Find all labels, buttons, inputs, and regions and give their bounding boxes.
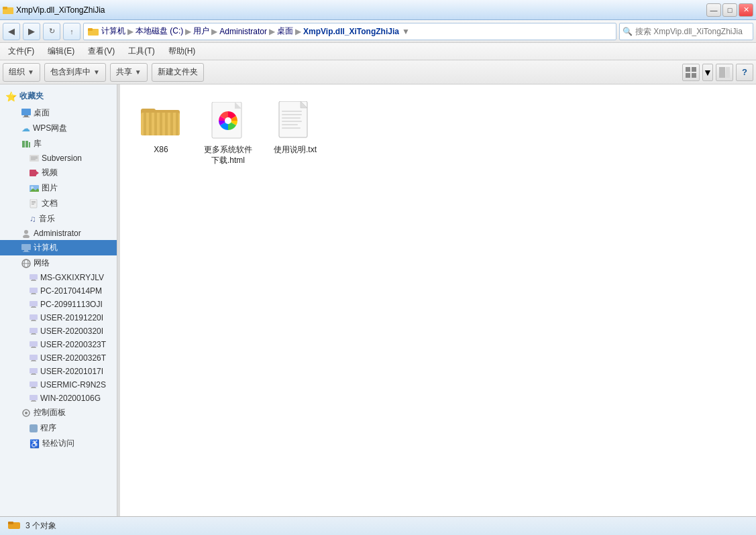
svg-rect-28 (32, 202, 36, 203)
new-folder-button[interactable]: 新建文件夹 (152, 63, 204, 82)
win-20200106-label: WIN-20200106G (40, 394, 101, 403)
menu-tools[interactable]: 工具(T) (123, 44, 160, 58)
sidebar-item-network[interactable]: 网络 (0, 255, 117, 271)
computer-label: 计算机 (34, 242, 58, 253)
sidebar-item-desktop[interactable]: 桌面 (0, 105, 117, 121)
sidebar-item-computer[interactable]: 计算机 (0, 240, 117, 255)
back-button[interactable]: ◀ (3, 23, 20, 40)
breadcrumb-dropdown-icon[interactable]: ▼ (402, 27, 410, 36)
breadcrumb-current[interactable]: XmpVip.dll_XiTongZhiJia (303, 27, 399, 36)
breadcrumb-sep-5: ▶ (295, 27, 301, 36)
svg-rect-27 (32, 201, 36, 202)
video-label: 视频 (42, 167, 58, 178)
sidebar-item-documents[interactable]: 文档 (0, 196, 117, 211)
include-library-arrow-icon: ▼ (93, 68, 100, 76)
sidebar-item-user-20201017[interactable]: USER-20201017I (0, 365, 117, 378)
view-icon (686, 67, 696, 78)
programs-icon (30, 424, 38, 432)
sidebar-item-subversion[interactable]: Subversion (0, 152, 117, 165)
organize-button[interactable]: 组织 ▼ (3, 63, 40, 82)
file-item-html[interactable]: 更多系统软件下载.html (198, 95, 258, 170)
svg-rect-38 (30, 274, 38, 280)
sidebar-item-pc-20991113[interactable]: PC-20991113OJI (0, 298, 117, 311)
sidebar-item-user-20200323[interactable]: USER-20200323T (0, 338, 117, 351)
sidebar-item-administrator[interactable]: Administrator (0, 227, 117, 240)
search-box[interactable]: 🔍 (619, 23, 753, 40)
sidebar-item-usermic-r9n2[interactable]: USERMIC-R9N2S (0, 378, 117, 392)
svg-rect-39 (32, 280, 36, 280)
menu-view[interactable]: 查看(V) (83, 44, 120, 58)
title-bar-controls: — □ ✕ (706, 3, 753, 17)
menu-edit[interactable]: 编辑(E) (42, 44, 80, 58)
music-label: 音乐 (39, 213, 55, 225)
pc-20170414-label: PC-20170414PM (40, 286, 102, 296)
breadcrumb-computer[interactable]: 计算机 (101, 25, 125, 37)
svg-rect-93 (282, 127, 301, 129)
file-item-x86[interactable]: X86 (131, 95, 191, 170)
svg-rect-74 (144, 113, 146, 135)
sidebar-item-user-20200320[interactable]: USER-20200320I (0, 324, 117, 338)
x86-folder-icon (141, 103, 181, 138)
up-button[interactable]: ↑ (63, 23, 80, 40)
svg-rect-61 (31, 374, 36, 375)
txt-label: 使用说明.txt (274, 145, 317, 156)
sidebar-item-accessibility[interactable]: ♿ 轻松访问 (0, 436, 117, 451)
svg-rect-7 (686, 73, 690, 78)
ms-gx-label: MS-GXKIXRYJLV (40, 273, 104, 282)
svg-rect-45 (32, 306, 36, 307)
sidebar-item-programs[interactable]: 程序 (0, 420, 117, 436)
txt-file-icon (278, 101, 313, 140)
forward-button[interactable]: ▶ (23, 23, 40, 40)
sidebar-item-user-20200326[interactable]: USER-20200326T (0, 351, 117, 365)
search-input[interactable] (635, 27, 750, 36)
include-library-label: 包含到库中 (50, 66, 91, 78)
sidebar-item-controlpanel[interactable]: 控制面板 (0, 405, 117, 420)
menu-file[interactable]: 文件(F) (3, 44, 40, 58)
favorites-header[interactable]: ⭐ 收藏夹 (0, 88, 117, 104)
view-toggle-button[interactable] (682, 64, 700, 81)
refresh-button[interactable]: ↻ (43, 23, 60, 40)
breadcrumb-sep-4: ▶ (269, 27, 275, 36)
toolbar: 组织 ▼ 包含到库中 ▼ 共享 ▼ 新建文件夹 ▼ ? (0, 60, 756, 84)
breadcrumb-desktop[interactable]: 桌面 (277, 25, 293, 37)
breadcrumb-users[interactable]: 用户 (193, 25, 209, 37)
svg-rect-59 (30, 368, 38, 373)
svg-rect-47 (30, 314, 38, 320)
minimize-button[interactable]: — (706, 3, 721, 17)
sidebar-item-win-20200106[interactable]: WIN-20200106G (0, 392, 117, 405)
sidebar-item-images[interactable]: 图片 (0, 180, 117, 196)
sidebar-item-library[interactable]: 库 (0, 136, 117, 152)
view-dropdown-button[interactable]: ▼ (702, 64, 713, 81)
maximize-button[interactable]: □ (722, 3, 737, 17)
sidebar-item-music[interactable]: ♫ 音乐 (0, 211, 117, 227)
sidebar-item-wps[interactable]: ☁ WPS网盘 (0, 121, 117, 136)
title-folder-icon (3, 5, 13, 15)
svg-rect-16 (29, 142, 30, 147)
status-text: 3 个对象 (25, 520, 56, 532)
svg-rect-88 (282, 111, 302, 112)
user-20200323-label: USER-20200323T (40, 340, 106, 349)
share-button[interactable]: 共享 ▼ (110, 63, 148, 82)
preview-pane-button[interactable] (716, 64, 733, 81)
include-library-button[interactable]: 包含到库中 ▼ (44, 63, 106, 82)
help-button[interactable]: ? (736, 64, 753, 81)
main-area: ⭐ 收藏夹 桌面 ☁ WPS网盘 库 (0, 84, 756, 516)
network-computer-icon-8 (30, 367, 38, 375)
breadcrumb-sep-3: ▶ (211, 27, 217, 36)
close-button[interactable]: ✕ (739, 3, 753, 17)
sidebar-item-pc-20170414[interactable]: PC-20170414PM (0, 284, 117, 298)
svg-rect-53 (30, 341, 38, 347)
menu-help[interactable]: 帮助(H) (163, 44, 201, 58)
breadcrumb-drive[interactable]: 本地磁盘 (C:) (136, 25, 183, 37)
svg-rect-34 (23, 251, 30, 252)
sidebar-item-user-2019[interactable]: USER-20191220I (0, 311, 117, 324)
breadcrumb[interactable]: 计算机 ▶ 本地磁盘 (C:) ▶ 用户 ▶ Administrator ▶ 桌… (83, 23, 616, 40)
sidebar-item-ms-gx[interactable]: MS-GXKIXRYJLV (0, 271, 117, 284)
svg-rect-44 (30, 301, 38, 306)
svg-rect-79 (170, 113, 173, 135)
breadcrumb-admin[interactable]: Administrator (219, 27, 267, 36)
file-item-txt[interactable]: 使用说明.txt (265, 95, 325, 170)
sidebar-item-video[interactable]: 视频 (0, 165, 117, 180)
txt-icon-area (274, 99, 317, 142)
svg-rect-78 (165, 113, 168, 135)
